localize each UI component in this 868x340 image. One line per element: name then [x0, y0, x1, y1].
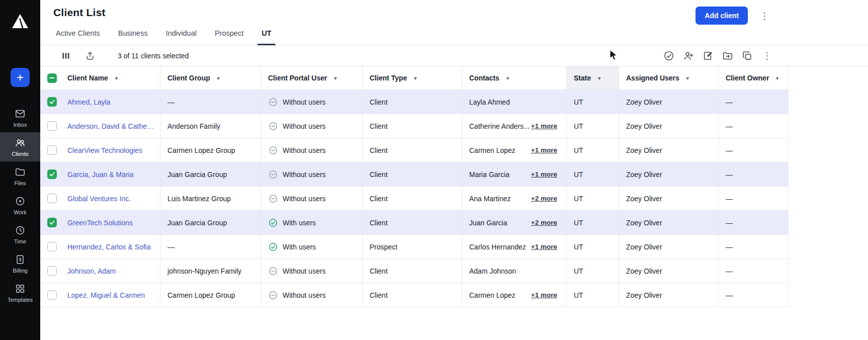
table-row[interactable]: Lopez, Miguel & Carmen Carmen Lopez Grou…	[40, 283, 789, 307]
row-checkbox[interactable]	[47, 121, 57, 131]
contacts-more-link[interactable]: +2 more	[531, 195, 560, 202]
client-name-link[interactable]: Johnson, Adam	[67, 267, 116, 275]
client-name-link[interactable]: Lopez, Miguel & Carmen	[67, 291, 145, 299]
app-logo-icon[interactable]	[12, 12, 29, 30]
table-row[interactable]: Ahmed, Layla — Without users Client Layl…	[40, 90, 789, 114]
portal-status-text: Without users	[283, 98, 326, 106]
column-header-client-group[interactable]: Client Group ▾	[160, 66, 261, 90]
sort-chevron-icon[interactable]: ▾	[414, 75, 416, 81]
contact-name: Layla Ahmed	[469, 98, 510, 106]
select-all-checkbox[interactable]	[47, 73, 57, 83]
client-group-cell: johnson-Nguyen Family	[160, 259, 261, 283]
contacts-more-link[interactable]: +2 more	[531, 219, 560, 226]
assign-user-icon[interactable]	[683, 50, 694, 61]
billing-icon: $	[15, 254, 26, 265]
sidebar-item-work[interactable]: Work	[0, 191, 40, 220]
header-kebab-icon[interactable]: ⋮	[757, 10, 772, 22]
contacts-cell: Carlos Hernandez +1 more	[462, 235, 566, 259]
table-body: Ahmed, Layla — Without users Client Layl…	[40, 90, 789, 307]
column-header-assigned-users[interactable]: Assigned Users ▾	[619, 66, 718, 90]
app-root: + Inbox Clients	[0, 0, 868, 340]
column-header-client-owner[interactable]: Client Owner ▾	[718, 66, 789, 90]
tab-ut[interactable]: UT	[260, 29, 273, 45]
contacts-more-link[interactable]: +1 more	[531, 243, 560, 250]
tab-business[interactable]: Business	[117, 29, 149, 45]
row-checkbox-cell	[40, 187, 63, 210]
client-type-cell: Client	[362, 283, 462, 307]
portal-status-icon	[268, 266, 278, 276]
sort-chevron-icon[interactable]: ▾	[506, 75, 509, 81]
client-name-link[interactable]: Ahmed, Layla	[67, 98, 111, 106]
sidebar-item-label: Work	[14, 209, 26, 215]
sidebar-item-inbox[interactable]: Inbox	[0, 103, 40, 132]
row-checkbox[interactable]	[47, 218, 57, 227]
sidebar: + Inbox Clients	[0, 0, 40, 340]
client-type-cell: Client	[362, 162, 462, 186]
sort-chevron-icon[interactable]: ▾	[115, 75, 118, 81]
client-owner-cell: —	[718, 283, 789, 307]
row-checkbox[interactable]	[47, 97, 57, 107]
sidebar-item-clients[interactable]: Clients	[0, 132, 40, 161]
column-header-client-type[interactable]: Client Type ▾	[362, 66, 462, 90]
global-add-button[interactable]: +	[11, 68, 30, 87]
client-name-link[interactable]: Garcia, Juan & Maria	[67, 171, 134, 179]
client-name-link[interactable]: Hernandez, Carlos & Sofia	[67, 243, 151, 251]
columns-icon[interactable]	[60, 50, 71, 61]
tab-active-clients[interactable]: Active Clients	[54, 29, 102, 45]
row-checkbox-cell	[40, 283, 63, 307]
client-name-link[interactable]: ClearView Technologies	[67, 146, 142, 154]
client-name-link[interactable]: GreenTech Solutions	[67, 219, 133, 227]
row-checkbox[interactable]	[47, 266, 57, 276]
client-owner-cell: —	[718, 235, 789, 259]
portal-status-text: With users	[283, 243, 316, 251]
check-circle-icon[interactable]	[663, 50, 674, 61]
row-checkbox[interactable]	[47, 145, 57, 155]
column-header-client-portal-user[interactable]: Client Portal User ▾	[261, 66, 362, 90]
contacts-more-link[interactable]: +1 more	[531, 122, 560, 130]
row-checkbox[interactable]	[47, 169, 57, 179]
table-row[interactable]: Global Ventures Inc. Luis Martinez Group…	[40, 187, 789, 211]
table-row[interactable]: ClearView Technologies Carmen Lopez Grou…	[40, 138, 789, 162]
contacts-more-link[interactable]: +1 more	[531, 171, 560, 178]
sort-chevron-icon[interactable]: ▾	[217, 75, 220, 81]
row-checkbox[interactable]	[47, 194, 57, 203]
row-checkbox[interactable]	[47, 242, 57, 251]
client-portal-cell: With users	[261, 211, 362, 234]
client-name-link[interactable]: Global Ventures Inc.	[67, 195, 131, 203]
portal-status-text: Without users	[283, 146, 326, 154]
duplicate-icon[interactable]	[742, 50, 753, 61]
tab-prospect[interactable]: Prospect	[213, 29, 245, 45]
column-header-client-name[interactable]: Client Name ▾	[63, 66, 160, 90]
portal-status-icon	[268, 145, 278, 155]
tab-individual[interactable]: Individual	[164, 29, 198, 45]
sidebar-item-time[interactable]: Time	[0, 220, 40, 249]
contacts-more-link[interactable]: +1 more	[531, 146, 560, 154]
sort-chevron-icon[interactable]: ▾	[334, 75, 336, 81]
column-header-contacts[interactable]: Contacts ▾	[462, 66, 566, 90]
state-cell: UT	[566, 114, 619, 138]
client-owner-cell: —	[718, 162, 789, 186]
table-row[interactable]: Hernandez, Carlos & Sofia — With users P…	[40, 235, 789, 259]
sidebar-item-billing[interactable]: $ Billing	[0, 249, 40, 278]
sort-chevron-icon[interactable]: ▾	[776, 75, 778, 81]
move-folder-icon[interactable]	[722, 50, 733, 61]
table-row[interactable]: Johnson, Adam johnson-Nguyen Family With…	[40, 259, 789, 283]
contacts-more-link[interactable]: +1 more	[531, 291, 560, 299]
export-icon[interactable]	[84, 50, 96, 61]
portal-status-text: Without users	[283, 171, 326, 179]
contacts-cell: Ana Martinez +2 more	[462, 187, 566, 210]
sidebar-item-templates[interactable]: Templates	[0, 278, 40, 307]
add-client-button[interactable]: Add client	[696, 7, 748, 25]
edit-note-icon[interactable]	[703, 50, 714, 61]
client-name-link[interactable]: Anderson, David & Catheri...	[67, 122, 154, 130]
row-checkbox[interactable]	[47, 290, 57, 300]
sort-chevron-icon[interactable]: ▾	[598, 75, 600, 81]
table-row[interactable]: Anderson, David & Catheri... Anderson Fa…	[40, 114, 789, 138]
toolbar-kebab-icon[interactable]: ⋮	[761, 51, 772, 60]
contact-name: Catherine Anders...	[469, 122, 530, 130]
table-row[interactable]: GreenTech Solutions Juan Garcia Group Wi…	[40, 211, 789, 235]
sort-chevron-icon[interactable]: ▾	[686, 75, 689, 81]
table-row[interactable]: Garcia, Juan & Maria Juan Garcia Group W…	[40, 162, 789, 187]
column-header-state[interactable]: State ▾	[566, 66, 619, 90]
sidebar-item-files[interactable]: Files	[0, 161, 40, 191]
